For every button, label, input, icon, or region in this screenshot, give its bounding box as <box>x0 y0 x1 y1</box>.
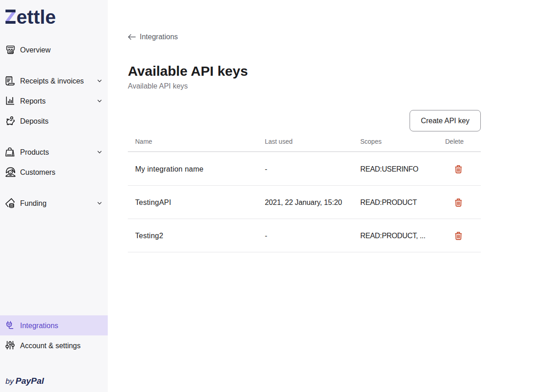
svg-text:PayPal: PayPal <box>16 376 44 386</box>
svg-text:ettle: ettle <box>16 6 56 27</box>
svg-text:by: by <box>5 377 14 386</box>
